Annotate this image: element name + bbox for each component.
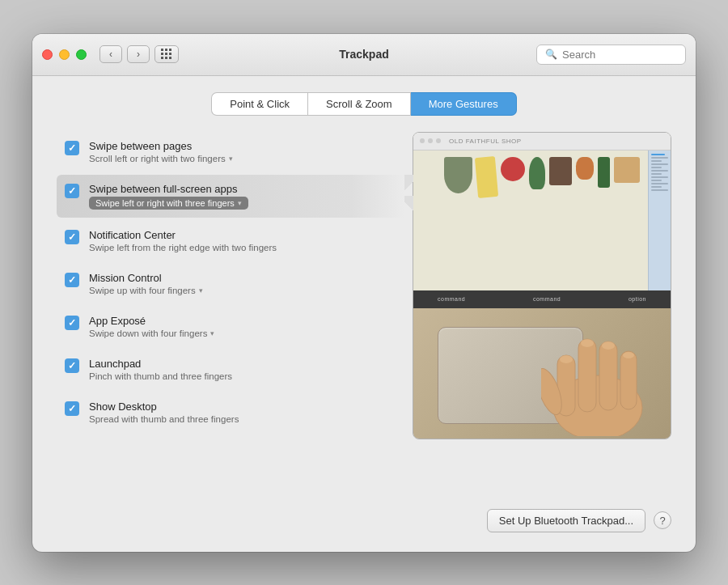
checkbox-show-desktop[interactable] [65, 401, 79, 416]
maximize-button[interactable] [76, 49, 87, 60]
window-title: Trackpad [339, 48, 388, 61]
option-subtitle-show-desktop: Spread with thumb and three fingers [89, 414, 239, 424]
option-title-launchpad: Launchpad [89, 358, 232, 370]
option-title-show-desktop: Show Desktop [89, 401, 239, 413]
option-launchpad: Launchpad Pinch with thumb and three fin… [57, 350, 396, 389]
svg-point-9 [623, 352, 634, 358]
close-button[interactable] [42, 49, 53, 60]
browser-url: OLD FAITHFUL SHOP [449, 138, 522, 145]
sidebar-line-8 [651, 180, 662, 181]
sidebar-line-5 [651, 170, 668, 172]
option-subtitle-mission-control: Swipe up with four fingers ▾ [89, 286, 203, 295]
browser-dot-2 [428, 138, 433, 143]
search-bar[interactable]: 🔍 [536, 45, 686, 65]
bottom-bar: Set Up Bluetooth Trackpad... ? [57, 509, 671, 532]
grid-view-button[interactable] [154, 45, 179, 63]
sidebar-line-10 [651, 186, 662, 188]
sidebar-line-3 [651, 163, 668, 165]
preview-image: OLD FAITHFUL SHOP [413, 132, 671, 439]
browser-dot-1 [420, 138, 425, 143]
key-command-right: command [533, 296, 561, 302]
option-text-notification: Notification Center Swipe left from the … [89, 229, 277, 252]
search-input[interactable] [562, 49, 677, 61]
key-option: option [629, 296, 646, 302]
main-window: ‹ › Trackpad 🔍 Point & Click Scroll & Zo… [32, 34, 696, 552]
keyboard-strip: command command option [413, 290, 671, 308]
option-text-app-expose: App Exposé Swipe down with four fingers … [89, 315, 214, 338]
main-panel: Swipe between pages Scroll left or right… [57, 132, 671, 496]
svg-rect-3 [599, 341, 617, 410]
option-mission-control: Mission Control Swipe up with four finge… [57, 264, 396, 303]
dropdown-arrow-swipe-pages[interactable]: ▾ [229, 155, 233, 163]
option-text-swipe-pages: Swipe between pages Scroll left or right… [89, 140, 233, 163]
forward-button[interactable]: › [127, 45, 150, 63]
option-text-show-desktop: Show Desktop Spread with thumb and three… [89, 401, 239, 424]
search-icon: 🔍 [545, 49, 557, 60]
dropdown-arrow-app-expose[interactable]: ▾ [210, 329, 214, 337]
key-command-left: command [438, 296, 465, 302]
grid-icon [161, 49, 172, 60]
svg-point-7 [581, 339, 594, 347]
option-subtitle-app-expose: Swipe down with four fingers ▾ [89, 329, 214, 338]
option-swipe-apps: Swipe between full-screen apps Swipe lef… [57, 175, 404, 218]
preview-browser: OLD FAITHFUL SHOP [413, 133, 671, 290]
help-button[interactable]: ? [654, 511, 671, 529]
checkbox-swipe-apps[interactable] [65, 184, 79, 198]
back-arrow-icon: ‹ [109, 49, 112, 60]
sidebar-line-active [651, 154, 665, 155]
option-subtitle-swipe-apps: Swipe left or right with three fingers ▾ [89, 197, 248, 210]
option-title-swipe-pages: Swipe between pages [89, 140, 233, 152]
tab-bar: Point & Click Scroll & Zoom More Gesture… [57, 92, 671, 116]
browser-dot-3 [436, 138, 441, 143]
preview-trackpad: command command option [413, 290, 671, 439]
tab-point-click[interactable]: Point & Click [211, 92, 307, 116]
svg-rect-2 [578, 339, 596, 412]
sidebar-line-2 [651, 160, 662, 162]
back-button[interactable]: ‹ [99, 45, 122, 63]
option-text-launchpad: Launchpad Pinch with thumb and three fin… [89, 358, 232, 381]
option-subtitle-launchpad: Pinch with thumb and three fingers [89, 371, 232, 381]
option-text-mission-control: Mission Control Swipe up with four finge… [89, 272, 203, 295]
svg-point-8 [602, 341, 615, 350]
checkbox-app-expose[interactable] [65, 316, 79, 330]
option-title-swipe-apps: Swipe between full-screen apps [89, 183, 248, 195]
option-notification-center: Notification Center Swipe left from the … [57, 221, 396, 261]
option-subtitle-notification: Swipe left from the right edge with two … [89, 243, 277, 252]
option-title-app-expose: App Exposé [89, 315, 214, 327]
options-panel: Swipe between pages Scroll left or right… [57, 132, 396, 496]
checkbox-swipe-pages[interactable] [65, 141, 79, 155]
sidebar-line-1 [651, 157, 668, 159]
option-app-expose: App Exposé Swipe down with four fingers … [57, 307, 396, 346]
nav-buttons: ‹ › [99, 45, 150, 63]
option-text-swipe-apps: Swipe between full-screen apps Swipe lef… [89, 183, 248, 210]
sidebar-line-6 [651, 173, 662, 175]
browser-bar: OLD FAITHFUL SHOP [413, 133, 671, 150]
dropdown-arrow-mission-control[interactable]: ▾ [199, 286, 203, 295]
option-swipe-pages: Swipe between pages Scroll left or right… [57, 132, 396, 172]
option-show-desktop: Show Desktop Spread with thumb and three… [57, 392, 396, 432]
dropdown-arrow-swipe-apps[interactable]: ▾ [238, 199, 242, 207]
checkbox-mission-control[interactable] [65, 273, 79, 287]
option-title-notification: Notification Center [89, 229, 277, 241]
titlebar: ‹ › Trackpad 🔍 [32, 34, 696, 76]
svg-rect-4 [620, 351, 637, 409]
preview-sidebar [648, 150, 671, 290]
sidebar-line-11 [651, 189, 668, 191]
sidebar-lines [649, 150, 671, 194]
sidebar-line-9 [651, 183, 668, 184]
svg-point-6 [560, 355, 573, 363]
checkbox-notification-center[interactable] [65, 230, 79, 244]
tab-more-gestures[interactable]: More Gestures [411, 92, 517, 116]
forward-arrow-icon: › [137, 49, 140, 60]
checkbox-launchpad[interactable] [65, 358, 79, 373]
preview-panel: OLD FAITHFUL SHOP [413, 132, 671, 496]
sidebar-line-4 [651, 167, 662, 168]
content-area: Point & Click Scroll & Zoom More Gesture… [32, 76, 696, 552]
option-title-mission-control: Mission Control [89, 272, 203, 284]
hand-icon [541, 311, 654, 436]
option-subtitle-swipe-pages: Scroll left or right with two fingers ▾ [89, 154, 233, 163]
tab-scroll-zoom[interactable]: Scroll & Zoom [307, 92, 411, 116]
sidebar-line-7 [651, 176, 668, 178]
minimize-button[interactable] [59, 49, 70, 60]
bluetooth-trackpad-button[interactable]: Set Up Bluetooth Trackpad... [487, 509, 645, 532]
